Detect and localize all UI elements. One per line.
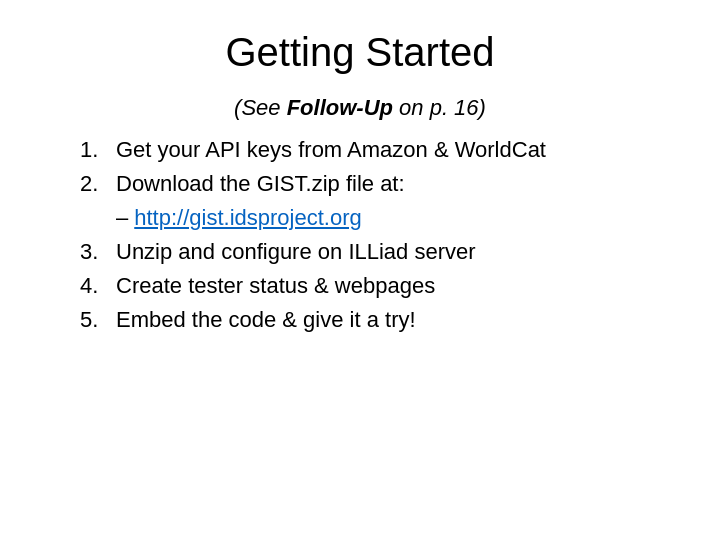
list-text-5: Embed the code & give it a try!: [116, 307, 660, 333]
list-text-2: Download the GIST.zip file at:: [116, 171, 660, 197]
link-item: – http://gist.idsproject.org: [80, 205, 660, 231]
list-item-1: 1. Get your API keys from Amazon & World…: [80, 137, 660, 163]
list-number-1: 1.: [80, 137, 116, 163]
list-number-3: 3.: [80, 239, 116, 265]
list-number-4: 4.: [80, 273, 116, 299]
list-container: 1. Get your API keys from Amazon & World…: [60, 137, 660, 341]
list-item-2: 2. Download the GIST.zip file at:: [80, 171, 660, 197]
subtitle-bold: Follow-Up: [287, 95, 393, 120]
list-text-1: Get your API keys from Amazon & WorldCat: [116, 137, 660, 163]
slide-container: Getting Started (See Follow-Up on p. 16)…: [0, 0, 720, 540]
list-number-5: 5.: [80, 307, 116, 333]
list-item-3: 3. Unzip and configure on ILLiad server: [80, 239, 660, 265]
list-item-5: 5. Embed the code & give it a try!: [80, 307, 660, 333]
subtitle: (See Follow-Up on p. 16): [60, 95, 660, 121]
list-item-4: 4. Create tester status & webpages: [80, 273, 660, 299]
slide-title: Getting Started: [60, 30, 660, 75]
list-text-4: Create tester status & webpages: [116, 273, 660, 299]
list-number-2: 2.: [80, 171, 116, 197]
dash: –: [116, 205, 128, 231]
subtitle-rest: on p. 16): [393, 95, 486, 120]
list-text-3: Unzip and configure on ILLiad server: [116, 239, 660, 265]
gist-link[interactable]: http://gist.idsproject.org: [134, 205, 361, 231]
subtitle-plain: (See: [234, 95, 287, 120]
